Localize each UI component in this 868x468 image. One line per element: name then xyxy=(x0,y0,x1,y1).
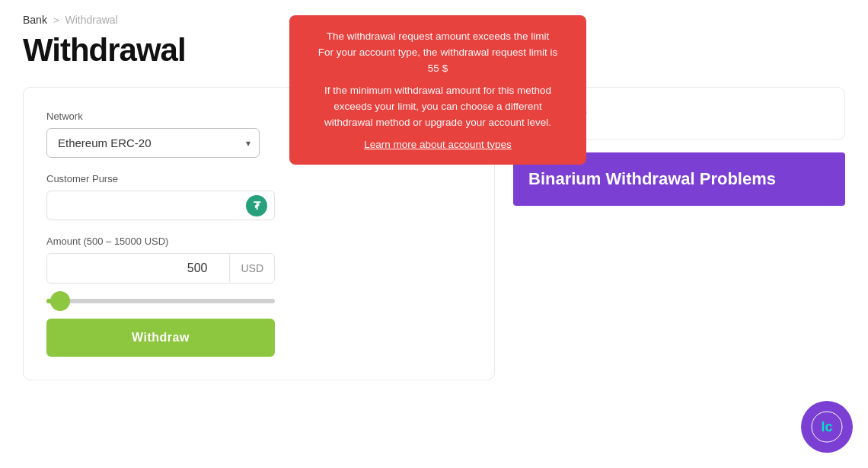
bottom-logo: lc xyxy=(801,401,853,453)
alert-line3: 55 $ xyxy=(306,61,570,77)
amount-input[interactable] xyxy=(47,254,229,283)
breadcrumb-bank[interactable]: Bank xyxy=(23,14,47,26)
alert-box: The withdrawal request amount exceeds th… xyxy=(289,15,586,165)
customer-purse-group: Customer Purse ₮ xyxy=(46,173,471,220)
alert-line5: exceeds your limit, you can choose a dif… xyxy=(306,99,570,115)
withdraw-button[interactable]: Withdraw xyxy=(46,319,275,357)
amount-group: Amount (500 – 15000 USD) USD xyxy=(46,236,471,284)
network-select[interactable]: Ethereum ERC-20 Bitcoin Tron TRC-20 xyxy=(46,128,260,158)
alert-line4: If the minimum withdrawal amount for thi… xyxy=(306,83,570,99)
promo-text: Binarium Withdrawal Problems xyxy=(528,169,776,188)
slider-thumb[interactable] xyxy=(50,291,70,311)
slider-track xyxy=(46,299,275,303)
alert-line2: For your account type, the withdrawal re… xyxy=(306,45,570,61)
logo-svg: lc xyxy=(810,410,844,444)
network-select-wrapper[interactable]: Ethereum ERC-20 Bitcoin Tron TRC-20 ▾ xyxy=(46,128,260,158)
tether-icon: ₮ xyxy=(246,195,267,216)
amount-label: Amount (500 – 15000 USD) xyxy=(46,236,471,247)
learn-more-link[interactable]: Learn more about account types xyxy=(364,139,512,150)
customer-purse-wrapper: ₮ xyxy=(46,191,275,220)
amount-currency: USD xyxy=(229,255,274,282)
breadcrumb-current: Withdrawal xyxy=(65,14,118,26)
customer-purse-input[interactable] xyxy=(46,191,275,220)
customer-purse-label: Customer Purse xyxy=(46,173,471,184)
svg-text:lc: lc xyxy=(821,419,832,434)
logo-inner: lc xyxy=(810,410,844,444)
breadcrumb-separator: > xyxy=(53,14,59,26)
amount-row: USD xyxy=(46,253,275,284)
slider-container[interactable] xyxy=(46,299,275,303)
page-wrapper: The withdrawal request amount exceeds th… xyxy=(0,0,868,468)
alert-line6: withdrawal method or upgrade your accoun… xyxy=(306,115,570,131)
alert-line1: The withdrawal request amount exceeds th… xyxy=(306,29,570,45)
